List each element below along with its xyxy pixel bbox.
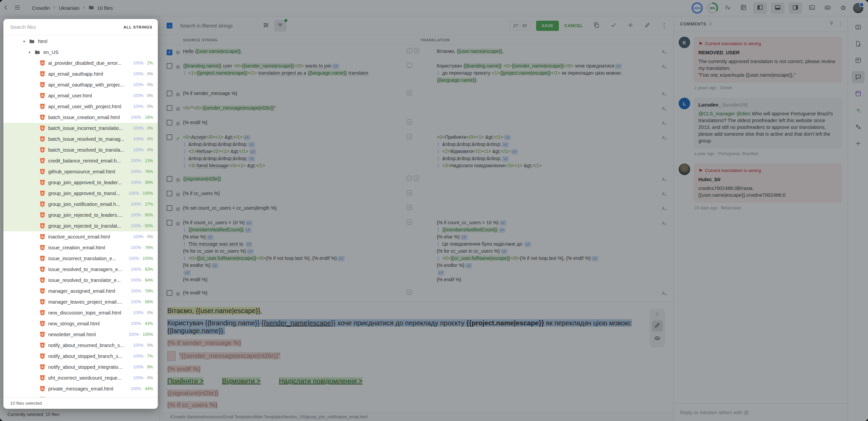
file-row[interactable]: 5batch_issue_resolved_to_manag...100% · …: [3, 134, 158, 145]
translated-percent: 16%: [145, 115, 153, 120]
approved-percent: 100%: [129, 256, 139, 261]
translated-percent: 100%: [143, 332, 153, 337]
approved-percent: 100%: [131, 245, 141, 250]
file-name: issue_resolved_to_translator_e...: [48, 278, 128, 283]
translated-percent: 0%: [147, 343, 153, 348]
file-name: ai_provider_disabled_due_error...: [48, 60, 130, 66]
approved-percent: 100%: [131, 169, 141, 174]
file-progress: 100% · 100%: [129, 256, 153, 261]
file-name: group_join_approved_to_transl...: [48, 191, 126, 196]
file-name: notify_about_resumed_branch_s...: [48, 343, 130, 348]
file-name: newsletter_email.html: [48, 332, 126, 337]
file-row[interactable]: 5oht_incorrect_wordcount_reque...100% · …: [3, 372, 158, 383]
file-row[interactable]: 5issue_resolved_to_translator_e...100% ·…: [3, 275, 158, 286]
translated-percent: 90%: [145, 213, 153, 217]
html-file-icon: 5: [40, 386, 45, 391]
approved-percent: 100%: [131, 386, 141, 391]
file-progress: 100% · 13%: [131, 158, 153, 163]
html-file-icon: 5: [40, 60, 45, 66]
file-row[interactable]: 5api_email_user_with_project.html100% · …: [3, 101, 158, 112]
html-file-icon: 5: [40, 126, 45, 131]
folder-row[interactable]: ▾html: [3, 36, 158, 47]
file-row[interactable]: 5batch_issue_creation_email.html100% · 1…: [3, 112, 158, 123]
translated-percent: 0%: [147, 234, 153, 239]
file-row[interactable]: 5issue_creation_email.html100% · 76%: [3, 242, 158, 253]
html-file-icon: 5: [40, 353, 45, 359]
file-search-input[interactable]: [10, 24, 124, 30]
file-name: batch_issue_incorrect_translatio...: [48, 126, 130, 131]
html-file-icon: 5: [40, 288, 45, 294]
file-row[interactable]: 5newsletter_email.html100% · 100%: [3, 329, 158, 340]
file-row[interactable]: 5batch_issue_resolved_to_transla...100% …: [3, 145, 158, 155]
file-progress: 100% · 2%: [133, 61, 153, 65]
file-name: issue_creation_email.html: [48, 245, 128, 250]
translated-percent: 2%: [147, 61, 153, 65]
file-progress: 100% · 9%: [133, 365, 153, 369]
file-row[interactable]: 5new_discussion_topic_email.html100% · 0…: [3, 307, 158, 318]
file-name: new_discussion_topic_email.html: [48, 310, 130, 315]
file-row[interactable]: 5api_email_user.html100% · 0%: [3, 90, 158, 101]
html-file-icon: 5: [40, 397, 45, 397]
file-row[interactable]: 5credit_balance_remind_email.h...100% · …: [3, 155, 158, 166]
file-row[interactable]: 5group_join_approved_to_transl...100% · …: [3, 188, 158, 199]
caret-down-icon[interactable]: ▾: [22, 39, 26, 44]
file-row[interactable]: 5issue_resolved_to_managers_e...100% · 6…: [3, 264, 158, 275]
html-file-icon: 5: [40, 223, 45, 229]
all-strings-button[interactable]: ALL STRINGS: [124, 25, 152, 29]
html-file-icon: 5: [40, 191, 45, 196]
file-row[interactable]: 5group_join_rejected_to_leaders....100% …: [3, 210, 158, 221]
folder-name: html: [38, 39, 158, 44]
file-progress: 100% · 0%: [133, 93, 153, 98]
crowdin-editor-window: Crowdin Ukrainian 10 files 100% 35% ⚙ –: [0, 0, 868, 421]
translated-percent: 39%: [145, 180, 153, 185]
html-file-icon: 5: [40, 375, 45, 381]
file-row[interactable]: 5private_messages_email.html100% · 44%: [3, 383, 158, 394]
approved-percent: 100%: [133, 137, 144, 141]
file-row[interactable]: 5inactive_account_email.html100% · 0%: [3, 231, 158, 242]
file-row[interactable]: 5notify_about_resumed_branch_s...100% · …: [3, 340, 158, 351]
file-progress: 100% · 0%: [133, 343, 153, 348]
file-progress: 100% · 0%: [133, 148, 153, 152]
translated-percent: 0%: [147, 93, 153, 98]
file-progress: 100% · 7%: [133, 354, 153, 359]
html-file-icon: 5: [40, 202, 45, 207]
file-row[interactable]: 5github_opensource_email.html100% · 76%: [3, 166, 158, 177]
file-row[interactable]: 5group_join_rejected_to_translat...100% …: [3, 221, 158, 231]
folder-row[interactable]: ▾en_US: [3, 47, 158, 58]
approved-percent: 100%: [133, 126, 144, 131]
file-name: inactive_account_email.html: [48, 234, 130, 240]
file-row[interactable]: 5notify_about_stopped_integratio...100% …: [3, 362, 158, 372]
file-row[interactable]: 5api_email_oauthapp_with_projec...100% ·…: [3, 79, 158, 90]
translated-percent: 56%: [145, 300, 153, 304]
file-progress: 100% · 78%: [131, 289, 153, 293]
file-name: oht_incorrect_wordcount_reque...: [48, 375, 130, 381]
caret-down-icon[interactable]: ▾: [27, 50, 32, 55]
file-row[interactable]: 5private_project_notification_ema...100%…: [3, 394, 158, 397]
file-row[interactable]: 5api_email_oauthapp.html100% · 0%: [3, 69, 158, 79]
file-progress: 100% · 100%: [129, 332, 153, 337]
file-row[interactable]: 5group_join_approved_to_leader...100% · …: [3, 177, 158, 188]
translated-percent: 76%: [145, 169, 153, 174]
file-row[interactable]: 5batch_issue_incorrect_translatio...100%…: [3, 123, 158, 134]
file-row[interactable]: 5notify_about_stopped_branch_s...100% · …: [3, 351, 158, 362]
file-selection-panel: ALL STRINGS ▾html▾en_US5ai_provider_disa…: [3, 19, 158, 409]
html-file-icon: 5: [40, 245, 45, 250]
approved-percent: 100%: [133, 234, 144, 239]
file-row[interactable]: 5issue_incorrect_translation_e...100% · …: [3, 253, 158, 264]
file-name: group_join_rejected_to_translat...: [48, 223, 128, 229]
approved-percent: 100%: [129, 332, 139, 337]
translated-percent: 0%: [147, 148, 153, 152]
file-row[interactable]: 5group_join_notification_email.h...100% …: [3, 199, 158, 210]
file-row[interactable]: 5ai_provider_disabled_due_error...100% ·…: [3, 58, 158, 69]
file-row[interactable]: 5new_strings_email.html100% · 43%: [3, 318, 158, 329]
file-progress: 100% · 0%: [133, 126, 153, 131]
translated-percent: 44%: [145, 386, 153, 391]
file-row[interactable]: 5manager_leaves_project_email....100% · …: [3, 296, 158, 307]
approved-percent: 100%: [129, 191, 139, 196]
file-name: notify_about_stopped_branch_s...: [48, 353, 130, 359]
translated-percent: 13%: [145, 158, 153, 163]
html-file-icon: 5: [40, 180, 45, 185]
approved-percent: 100%: [133, 82, 144, 87]
file-panel-footer: 10 files selected: [3, 397, 158, 409]
file-row[interactable]: 5manager_assigned_email.html100% · 78%: [3, 286, 158, 296]
